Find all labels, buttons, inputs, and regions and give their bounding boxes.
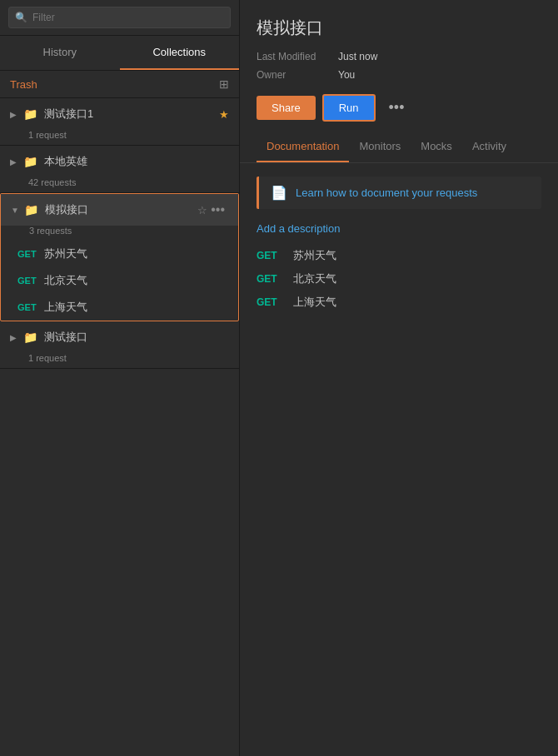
method-badge-get: GET xyxy=(17,276,44,286)
run-button[interactable]: Run xyxy=(322,94,376,122)
tab-history[interactable]: History xyxy=(0,36,120,70)
request-name: 北京天气 xyxy=(44,273,87,288)
right-tab-bar: Documentation Monitors Mocks Activity xyxy=(240,132,558,163)
chevron-right-icon: ▶ xyxy=(10,333,18,342)
method-badge-get: GET xyxy=(17,249,44,259)
collection-item: ▶ 📁 测试接口 1 request xyxy=(0,321,239,369)
more-options-button[interactable]: ••• xyxy=(382,96,411,120)
star-filled-icon: ★ xyxy=(219,108,229,121)
new-collection-icon[interactable]: ⊞ xyxy=(219,77,229,91)
collection-name: 测试接口 xyxy=(44,330,229,345)
collection-item-active: ▼ 📁 模拟接口 ☆ ••• 3 requests GET 苏州天气 GET 北… xyxy=(0,193,239,321)
tab-documentation[interactable]: Documentation xyxy=(257,132,349,162)
owner-row: Owner You xyxy=(240,66,558,84)
share-button[interactable]: Share xyxy=(257,96,316,120)
add-description[interactable]: Add a description xyxy=(257,222,541,235)
tab-collections[interactable]: Collections xyxy=(120,36,240,70)
last-modified-row: Last Modified Just now xyxy=(240,47,558,66)
last-modified-value: Just now xyxy=(338,51,377,62)
folder-icon: 📁 xyxy=(23,107,37,121)
chevron-right-icon: ▶ xyxy=(10,157,18,167)
doc-method-badge: GET xyxy=(257,296,281,308)
right-panel: 模拟接口 Last Modified Just now Owner You Sh… xyxy=(240,0,558,756)
collection-header[interactable]: ▶ 📁 测试接口 xyxy=(0,321,239,353)
folder-icon: 📁 xyxy=(24,203,38,216)
chevron-right-icon: ▶ xyxy=(10,110,18,119)
collection-item: ▶ 📁 本地英雄 42 requests xyxy=(0,146,239,193)
tab-activity[interactable]: Activity xyxy=(462,132,516,162)
request-name: 上海天气 xyxy=(44,300,87,315)
doc-method-badge: GET xyxy=(257,250,281,261)
collection-name: 测试接口1 xyxy=(44,107,214,122)
doc-request-name: 北京天气 xyxy=(293,271,336,286)
trash-row: Trash ⊞ xyxy=(0,71,239,98)
collection-header-active[interactable]: ▼ 📁 模拟接口 ☆ ••• xyxy=(1,194,238,226)
star-empty-icon: ☆ xyxy=(197,204,207,216)
request-item[interactable]: GET 苏州天气 xyxy=(1,241,238,267)
request-item[interactable]: GET 北京天气 xyxy=(1,267,238,294)
search-input[interactable] xyxy=(8,7,231,28)
collection-name: 本地英雄 xyxy=(44,154,229,169)
collection-meta: 1 request xyxy=(0,130,239,145)
action-row: Share Run ••• xyxy=(240,84,558,132)
collection-header[interactable]: ▶ 📁 测试接口1 ★ xyxy=(0,98,239,130)
last-modified-label: Last Modified xyxy=(257,51,331,62)
doc-method-badge: GET xyxy=(257,273,281,285)
doc-request-row: GET 苏州天气 xyxy=(257,248,541,263)
method-badge-get: GET xyxy=(17,302,44,312)
collections-list: ▶ 📁 测试接口1 ★ 1 request ▶ 📁 本地英雄 42 reques… xyxy=(0,98,239,756)
info-icon: 📄 xyxy=(271,185,287,201)
search-bar: 🔍 xyxy=(0,0,239,36)
collection-meta: 42 requests xyxy=(0,177,239,192)
owner-value: You xyxy=(338,69,355,81)
learn-link[interactable]: Learn how to document your requests xyxy=(296,187,477,199)
collection-name: 模拟接口 xyxy=(45,202,192,217)
doc-request-row: GET 北京天气 xyxy=(257,271,541,286)
collection-header[interactable]: ▶ 📁 本地英雄 xyxy=(0,146,239,177)
doc-request-name: 上海天气 xyxy=(293,295,336,310)
learn-box: 📄 Learn how to document your requests xyxy=(257,177,541,209)
tab-bar: History Collections xyxy=(0,36,239,71)
trash-label[interactable]: Trash xyxy=(10,78,37,91)
collection-meta: 3 requests xyxy=(1,226,238,241)
collection-item: ▶ 📁 测试接口1 ★ 1 request xyxy=(0,98,239,146)
folder-icon: 📁 xyxy=(23,331,37,344)
chevron-down-icon: ▼ xyxy=(11,206,19,215)
doc-request-list: GET 苏州天气 GET 北京天气 GET 上海天气 xyxy=(257,248,541,310)
doc-request-name: 苏州天气 xyxy=(293,248,336,263)
tab-monitors[interactable]: Monitors xyxy=(349,132,411,162)
folder-icon: 📁 xyxy=(23,155,37,168)
owner-label: Owner xyxy=(257,69,331,81)
collection-meta: 1 request xyxy=(0,353,239,368)
request-item[interactable]: GET 上海天气 xyxy=(1,294,238,321)
documentation-section: 📄 Learn how to document your requests Ad… xyxy=(240,163,558,323)
tab-mocks[interactable]: Mocks xyxy=(411,132,462,162)
collection-title: 模拟接口 xyxy=(240,0,558,47)
more-options-icon[interactable]: ••• xyxy=(207,202,228,217)
left-panel: 🔍 History Collections Trash ⊞ ▶ 📁 测试接口1 … xyxy=(0,0,240,756)
search-icon: 🔍 xyxy=(15,12,27,23)
request-name: 苏州天气 xyxy=(44,246,87,261)
doc-request-row: GET 上海天气 xyxy=(257,295,541,310)
